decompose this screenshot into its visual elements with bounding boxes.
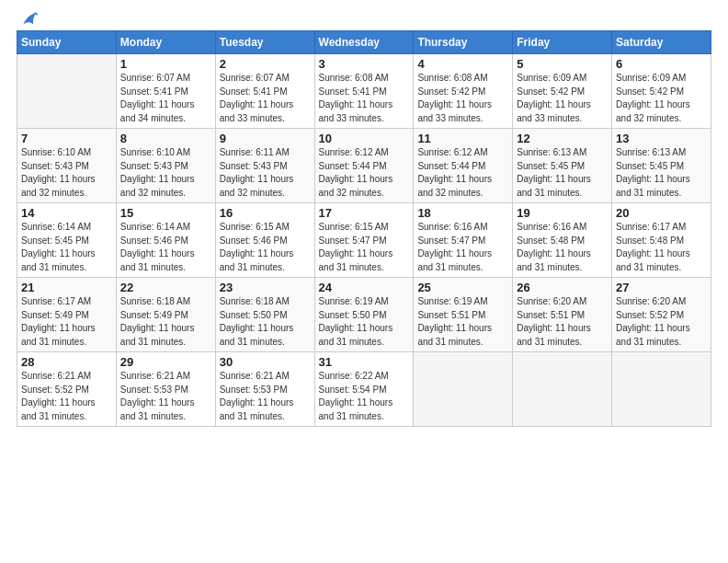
- day-info: Sunrise: 6:16 AM Sunset: 5:47 PM Dayligh…: [417, 221, 508, 274]
- calendar-cell: [513, 352, 612, 427]
- day-info: Sunrise: 6:18 AM Sunset: 5:49 PM Dayligh…: [120, 295, 211, 349]
- logo: [17, 9, 38, 25]
- calendar-table: SundayMondayTuesdayWednesdayThursdayFrid…: [17, 30, 711, 427]
- day-info: Sunrise: 6:20 AM Sunset: 5:51 PM Dayligh…: [517, 295, 608, 349]
- calendar-cell: 2Sunrise: 6:07 AM Sunset: 5:41 PM Daylig…: [215, 54, 314, 129]
- calendar-cell: 31Sunrise: 6:22 AM Sunset: 5:54 PM Dayli…: [314, 352, 414, 427]
- day-info: Sunrise: 6:09 AM Sunset: 5:42 PM Dayligh…: [517, 72, 608, 125]
- calendar-cell: 26Sunrise: 6:20 AM Sunset: 5:51 PM Dayli…: [513, 278, 612, 352]
- day-number: 15: [120, 206, 211, 220]
- day-number: 18: [417, 206, 508, 220]
- col-header-monday: Monday: [116, 31, 215, 54]
- calendar-cell: 1Sunrise: 6:07 AM Sunset: 5:41 PM Daylig…: [116, 54, 215, 129]
- day-number: 23: [220, 281, 311, 294]
- day-number: 16: [220, 206, 311, 220]
- calendar-cell: 4Sunrise: 6:08 AM Sunset: 5:42 PM Daylig…: [414, 54, 513, 129]
- day-info: Sunrise: 6:12 AM Sunset: 5:44 PM Dayligh…: [319, 146, 410, 200]
- calendar-cell: 12Sunrise: 6:13 AM Sunset: 5:45 PM Dayli…: [513, 129, 612, 203]
- day-info: Sunrise: 6:17 AM Sunset: 5:49 PM Dayligh…: [21, 295, 112, 349]
- day-info: Sunrise: 6:13 AM Sunset: 5:45 PM Dayligh…: [616, 146, 707, 200]
- calendar-cell: 10Sunrise: 6:12 AM Sunset: 5:44 PM Dayli…: [314, 129, 414, 203]
- calendar-cell: 13Sunrise: 6:13 AM Sunset: 5:45 PM Dayli…: [612, 129, 711, 203]
- calendar-cell: 25Sunrise: 6:19 AM Sunset: 5:51 PM Dayli…: [414, 278, 513, 352]
- day-info: Sunrise: 6:12 AM Sunset: 5:44 PM Dayligh…: [417, 146, 508, 200]
- calendar-cell: 19Sunrise: 6:16 AM Sunset: 5:48 PM Dayli…: [513, 203, 612, 278]
- calendar-cell: 29Sunrise: 6:21 AM Sunset: 5:53 PM Dayli…: [116, 352, 215, 427]
- day-info: Sunrise: 6:14 AM Sunset: 5:46 PM Dayligh…: [120, 221, 211, 274]
- day-number: 13: [616, 132, 707, 145]
- day-info: Sunrise: 6:21 AM Sunset: 5:53 PM Dayligh…: [220, 370, 311, 423]
- week-row-3: 14Sunrise: 6:14 AM Sunset: 5:45 PM Dayli…: [17, 203, 711, 278]
- day-number: 1: [120, 57, 211, 71]
- calendar-cell: 17Sunrise: 6:15 AM Sunset: 5:47 PM Dayli…: [314, 203, 414, 278]
- day-info: Sunrise: 6:16 AM Sunset: 5:48 PM Dayligh…: [517, 221, 608, 274]
- calendar-cell: 27Sunrise: 6:20 AM Sunset: 5:52 PM Dayli…: [612, 278, 711, 352]
- day-number: 7: [21, 132, 112, 145]
- day-number: 2: [220, 57, 311, 71]
- day-info: Sunrise: 6:21 AM Sunset: 5:52 PM Dayligh…: [21, 370, 112, 423]
- calendar-cell: [414, 352, 513, 427]
- calendar-cell: 5Sunrise: 6:09 AM Sunset: 5:42 PM Daylig…: [513, 54, 612, 129]
- week-row-2: 7Sunrise: 6:10 AM Sunset: 5:43 PM Daylig…: [17, 129, 711, 203]
- calendar-cell: 14Sunrise: 6:14 AM Sunset: 5:45 PM Dayli…: [17, 203, 117, 278]
- calendar-cell: 15Sunrise: 6:14 AM Sunset: 5:46 PM Dayli…: [116, 203, 215, 278]
- week-row-4: 21Sunrise: 6:17 AM Sunset: 5:49 PM Dayli…: [17, 278, 711, 352]
- day-number: 11: [417, 132, 508, 145]
- header-row: SundayMondayTuesdayWednesdayThursdayFrid…: [17, 31, 711, 54]
- col-header-friday: Friday: [513, 31, 612, 54]
- day-number: 30: [220, 355, 311, 369]
- day-number: 29: [120, 355, 211, 369]
- day-info: Sunrise: 6:07 AM Sunset: 5:41 PM Dayligh…: [220, 72, 311, 125]
- day-number: 5: [517, 57, 608, 71]
- day-number: 25: [417, 281, 508, 294]
- day-number: 26: [517, 281, 608, 294]
- day-info: Sunrise: 6:22 AM Sunset: 5:54 PM Dayligh…: [319, 370, 410, 423]
- day-info: Sunrise: 6:19 AM Sunset: 5:51 PM Dayligh…: [417, 295, 508, 349]
- calendar-cell: 18Sunrise: 6:16 AM Sunset: 5:47 PM Dayli…: [414, 203, 513, 278]
- calendar-cell: 24Sunrise: 6:19 AM Sunset: 5:50 PM Dayli…: [314, 278, 414, 352]
- calendar-cell: [612, 352, 711, 427]
- day-number: 21: [21, 281, 112, 294]
- day-info: Sunrise: 6:10 AM Sunset: 5:43 PM Dayligh…: [21, 146, 112, 200]
- day-number: 12: [517, 132, 608, 145]
- day-number: 14: [21, 206, 112, 220]
- day-info: Sunrise: 6:10 AM Sunset: 5:43 PM Dayligh…: [120, 146, 211, 200]
- day-info: Sunrise: 6:21 AM Sunset: 5:53 PM Dayligh…: [120, 370, 211, 423]
- day-number: 4: [417, 57, 508, 71]
- col-header-sunday: Sunday: [17, 31, 117, 54]
- day-info: Sunrise: 6:08 AM Sunset: 5:42 PM Dayligh…: [417, 72, 508, 125]
- col-header-tuesday: Tuesday: [215, 31, 314, 54]
- day-info: Sunrise: 6:15 AM Sunset: 5:46 PM Dayligh…: [220, 221, 311, 274]
- calendar-cell: 9Sunrise: 6:11 AM Sunset: 5:43 PM Daylig…: [215, 129, 314, 203]
- calendar-cell: 22Sunrise: 6:18 AM Sunset: 5:49 PM Dayli…: [116, 278, 215, 352]
- day-number: 8: [120, 132, 211, 145]
- logo-bird-icon: [17, 9, 38, 29]
- calendar-cell: 20Sunrise: 6:17 AM Sunset: 5:48 PM Dayli…: [612, 203, 711, 278]
- day-info: Sunrise: 6:15 AM Sunset: 5:47 PM Dayligh…: [319, 221, 410, 274]
- week-row-5: 28Sunrise: 6:21 AM Sunset: 5:52 PM Dayli…: [17, 352, 711, 427]
- day-number: 19: [517, 206, 608, 220]
- day-number: 10: [319, 132, 410, 145]
- day-number: 22: [120, 281, 211, 294]
- day-number: 28: [21, 355, 112, 369]
- col-header-saturday: Saturday: [612, 31, 711, 54]
- day-number: 9: [220, 132, 311, 145]
- day-info: Sunrise: 6:19 AM Sunset: 5:50 PM Dayligh…: [319, 295, 410, 349]
- day-info: Sunrise: 6:08 AM Sunset: 5:41 PM Dayligh…: [319, 72, 410, 125]
- calendar-cell: 7Sunrise: 6:10 AM Sunset: 5:43 PM Daylig…: [17, 129, 117, 203]
- calendar-cell: 3Sunrise: 6:08 AM Sunset: 5:41 PM Daylig…: [314, 54, 414, 129]
- day-info: Sunrise: 6:17 AM Sunset: 5:48 PM Dayligh…: [616, 221, 707, 274]
- day-info: Sunrise: 6:09 AM Sunset: 5:42 PM Dayligh…: [616, 72, 707, 125]
- col-header-thursday: Thursday: [414, 31, 513, 54]
- day-number: 17: [319, 206, 410, 220]
- col-header-wednesday: Wednesday: [314, 31, 414, 54]
- calendar-cell: 6Sunrise: 6:09 AM Sunset: 5:42 PM Daylig…: [612, 54, 711, 129]
- calendar-cell: 21Sunrise: 6:17 AM Sunset: 5:49 PM Dayli…: [17, 278, 117, 352]
- day-info: Sunrise: 6:13 AM Sunset: 5:45 PM Dayligh…: [517, 146, 608, 200]
- page: SundayMondayTuesdayWednesdayThursdayFrid…: [0, 0, 728, 563]
- day-number: 6: [616, 57, 707, 71]
- header: [17, 9, 711, 25]
- day-info: Sunrise: 6:07 AM Sunset: 5:41 PM Dayligh…: [120, 72, 211, 125]
- day-number: 20: [616, 206, 707, 220]
- day-info: Sunrise: 6:18 AM Sunset: 5:50 PM Dayligh…: [220, 295, 311, 349]
